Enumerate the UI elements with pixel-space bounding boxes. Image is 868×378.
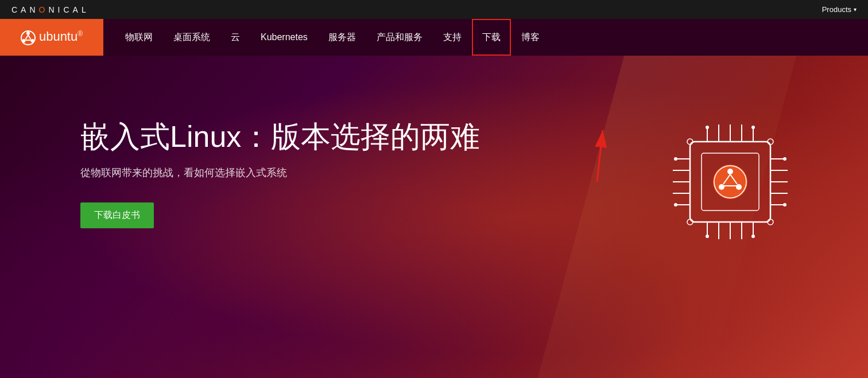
svg-point-45: [706, 235, 709, 238]
ubuntu-reg: ®: [78, 30, 83, 38]
svg-point-50: [783, 203, 786, 206]
svg-point-2: [30, 39, 34, 42]
nav-item-desktop[interactable]: 桌面系统: [163, 19, 220, 56]
nav-item-download[interactable]: 下载: [472, 19, 511, 56]
chevron-down-icon: ▾: [854, 6, 857, 13]
nav-item-iot[interactable]: 物联网: [115, 19, 163, 56]
hero-title: 嵌入式Linux：版本选择的两难: [80, 119, 480, 154]
nav-item-server[interactable]: 服务器: [318, 19, 366, 56]
arrow-annotation: [551, 119, 620, 188]
svg-point-49: [783, 157, 786, 161]
nav-item-cloud[interactable]: 云: [220, 19, 250, 56]
nav-item-products-services[interactable]: 产品和服务: [366, 19, 433, 56]
hero-section: 嵌入式Linux：版本选择的两难 從物联网带来的挑战，看如何选择嵌入式系统 下载…: [0, 56, 868, 378]
hero-content: 嵌入式Linux：版本选择的两难 從物联网带来的挑战，看如何选择嵌入式系统 下载…: [80, 119, 480, 228]
svg-line-8: [597, 130, 603, 182]
svg-line-4: [28, 35, 31, 40]
chip-illustration: [650, 102, 811, 262]
ubuntu-logo[interactable]: ubuntu®: [0, 19, 103, 56]
nav-items-list: 物联网 桌面系统 云 Kubernetes 服务器 产品和服务 支持 下载 博客: [115, 19, 550, 56]
svg-point-48: [674, 203, 677, 206]
svg-point-13: [727, 169, 733, 174]
ubuntu-logo-text: ubuntu®: [21, 29, 83, 45]
svg-point-44: [751, 126, 755, 129]
svg-point-47: [674, 157, 677, 161]
main-nav: ubuntu® 物联网 桌面系统 云 Kubernetes 服务器 产品和服务 …: [0, 19, 868, 56]
svg-point-43: [706, 126, 709, 129]
products-menu[interactable]: Products ▾: [822, 5, 857, 14]
svg-point-14: [736, 184, 742, 190]
svg-point-46: [751, 235, 755, 238]
nav-item-blog[interactable]: 博客: [511, 19, 550, 56]
svg-line-5: [25, 35, 28, 40]
canonical-dot: O: [39, 5, 49, 14]
svg-point-3: [22, 39, 25, 42]
nav-item-kubernetes[interactable]: Kubernetes: [250, 19, 318, 56]
top-bar: CANONICAL Products ▾: [0, 0, 868, 19]
hero-subtitle: 從物联网带来的挑战，看如何选择嵌入式系统: [80, 166, 480, 180]
nav-item-support[interactable]: 支持: [433, 19, 472, 56]
svg-point-15: [719, 184, 724, 190]
hero-cta-button[interactable]: 下载白皮书: [80, 202, 154, 228]
products-label: Products: [822, 5, 851, 14]
canonical-logo: CANONICAL: [11, 5, 90, 14]
svg-point-1: [26, 32, 30, 35]
